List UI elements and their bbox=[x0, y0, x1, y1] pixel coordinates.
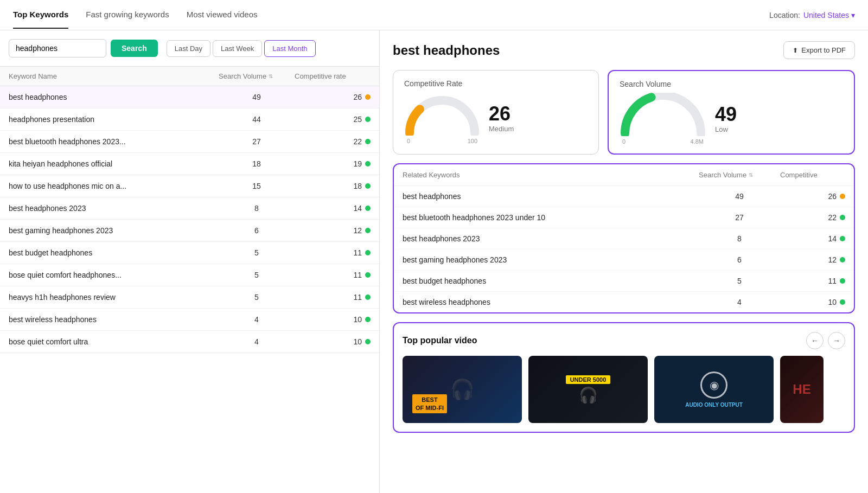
keyword-name: best bluetooth headphones 2023... bbox=[9, 137, 219, 146]
cr-cell: 14 bbox=[295, 204, 371, 213]
sv-value: 5 bbox=[219, 248, 295, 257]
sort-sv-icon[interactable]: ⇅ bbox=[269, 73, 273, 79]
related-row[interactable]: best headphones 49 26 bbox=[394, 186, 854, 207]
video-nav-arrows: ← → bbox=[806, 332, 845, 349]
related-dot bbox=[840, 257, 845, 262]
sv-value: 5 bbox=[219, 271, 295, 279]
video-card-header: Top popular video ← → bbox=[403, 332, 845, 349]
filter-last-month[interactable]: Last Month bbox=[264, 40, 315, 57]
table-row[interactable]: bose quiet comfort headphones... 5 11 bbox=[0, 264, 379, 286]
table-row[interactable]: best budget headphones 5 11 bbox=[0, 242, 379, 264]
table-row[interactable]: kita heiyan headphones official 18 19 bbox=[0, 153, 379, 175]
competitive-dot bbox=[365, 272, 371, 278]
filter-last-day[interactable]: Last Day bbox=[167, 40, 210, 57]
related-row[interactable]: best headphones 2023 8 14 bbox=[394, 228, 854, 249]
table-row[interactable]: how to use headphones mic on a... 15 18 bbox=[0, 175, 379, 197]
competitive-rate-label: Competitive Rate bbox=[404, 79, 588, 88]
sv-value: 6 bbox=[219, 226, 295, 235]
table-row[interactable]: best wireless headphones 4 10 bbox=[0, 309, 379, 331]
video-thumbnail[interactable]: HE bbox=[780, 356, 824, 423]
keyword-name: heavys h1h headphones review bbox=[9, 293, 219, 302]
related-dot bbox=[840, 299, 845, 305]
table-row[interactable]: best headphones 49 26 bbox=[0, 86, 379, 108]
metrics-row: Competitive Rate 0 bbox=[393, 70, 855, 155]
tab-top-keywords[interactable]: Top Keywords bbox=[13, 1, 68, 29]
related-keyword: best bluetooth headphones 2023 under 10 bbox=[403, 213, 699, 222]
keyword-table: Keyword Name Search Volume ⇅ Competitive… bbox=[0, 67, 379, 493]
competitive-dot bbox=[365, 183, 371, 189]
related-col-competitive: Competitive bbox=[780, 171, 845, 179]
video-thumbnail[interactable]: ◉ AUDIO ONLY OUTPUT bbox=[654, 356, 774, 423]
cr-cell: 19 bbox=[295, 159, 371, 168]
export-button[interactable]: ⬆ Export to PDF bbox=[783, 41, 855, 59]
sv-value: 44 bbox=[219, 115, 295, 124]
location-area: Location: United States ▾ bbox=[769, 11, 855, 20]
table-row[interactable]: best headphones 2023 8 14 bbox=[0, 197, 379, 220]
table-row[interactable]: bose quiet comfort ultra 4 10 bbox=[0, 331, 379, 353]
sv-value: 18 bbox=[219, 159, 295, 168]
keyword-name: bose quiet comfort ultra bbox=[9, 337, 219, 346]
table-row[interactable]: headphones presentation 44 25 bbox=[0, 108, 379, 131]
col-search-volume: Search Volume ⇅ bbox=[219, 72, 295, 80]
keyword-name: kita heiyan headphones official bbox=[9, 159, 219, 168]
competitive-dot bbox=[365, 206, 371, 211]
competitive-dot bbox=[365, 250, 371, 255]
nav-tabs: Top Keywords Fast growing keywords Most … bbox=[13, 1, 258, 29]
cr-cell: 22 bbox=[295, 137, 371, 146]
related-row[interactable]: best budget headphones 5 11 bbox=[394, 271, 854, 292]
keyword-name: best wireless headphones bbox=[9, 315, 219, 324]
sv-value: 4 bbox=[219, 315, 295, 324]
video-thumbnail[interactable]: UNDER 5000 🎧 bbox=[528, 356, 648, 423]
keyword-name: best budget headphones bbox=[9, 248, 219, 257]
search-volume-value-block: 49 Low bbox=[715, 105, 737, 133]
related-sort-icon[interactable]: ⇅ bbox=[749, 172, 753, 178]
keyword-name: how to use headphones mic on a... bbox=[9, 182, 219, 190]
video-card-title: Top popular video bbox=[403, 336, 477, 345]
related-row[interactable]: best wireless headphones 4 10 bbox=[394, 292, 854, 312]
table-row[interactable]: heavys h1h headphones review 5 11 bbox=[0, 286, 379, 309]
sv-value: 27 bbox=[219, 137, 295, 146]
keyword-name: best headphones 2023 bbox=[9, 204, 219, 213]
search-button[interactable]: Search bbox=[111, 40, 158, 57]
related-sv: 6 bbox=[699, 255, 780, 264]
competitive-rate-sub: Medium bbox=[489, 125, 514, 133]
keyword-name: best headphones bbox=[9, 93, 219, 101]
competitive-dot bbox=[365, 94, 371, 100]
related-cr: 22 bbox=[780, 213, 845, 222]
location-value[interactable]: United States ▾ bbox=[803, 11, 855, 20]
related-col-sv: Search Volume ⇅ bbox=[699, 171, 780, 179]
related-keyword: best headphones bbox=[403, 192, 699, 201]
table-row[interactable]: best gaming headphones 2023 6 12 bbox=[0, 220, 379, 242]
tab-most-viewed[interactable]: Most viewed videos bbox=[187, 1, 258, 29]
related-dot bbox=[840, 278, 845, 284]
video-thumbnail[interactable]: BESTOF MID-FI 🎧 bbox=[403, 356, 522, 423]
related-cr: 26 bbox=[780, 192, 845, 201]
right-panel: best headphones ⬆ Export to PDF Competit… bbox=[380, 30, 868, 493]
cr-cell: 11 bbox=[295, 293, 371, 302]
related-sv: 4 bbox=[699, 298, 780, 306]
related-dot bbox=[840, 236, 845, 241]
related-sv: 5 bbox=[699, 277, 780, 285]
gauge-min: 0 bbox=[407, 138, 410, 144]
competitive-rate-card: Competitive Rate 0 bbox=[393, 70, 599, 155]
filter-last-week[interactable]: Last Week bbox=[213, 40, 262, 57]
related-header: Related Keywords Search Volume ⇅ Competi… bbox=[394, 164, 854, 186]
table-row[interactable]: best bluetooth headphones 2023... 27 22 bbox=[0, 131, 379, 153]
keyword-name: headphones presentation bbox=[9, 115, 219, 124]
video-next-button[interactable]: → bbox=[828, 332, 845, 349]
related-row[interactable]: best gaming headphones 2023 6 12 bbox=[394, 249, 854, 271]
sv-value: 15 bbox=[219, 182, 295, 190]
search-input[interactable] bbox=[9, 39, 106, 57]
related-keyword: best wireless headphones bbox=[403, 298, 699, 306]
cr-cell: 25 bbox=[295, 115, 371, 124]
cr-cell: 12 bbox=[295, 226, 371, 235]
detail-header: best headphones ⬆ Export to PDF bbox=[393, 41, 855, 59]
related-row[interactable]: best bluetooth headphones 2023 under 10 … bbox=[394, 207, 854, 228]
video-prev-button[interactable]: ← bbox=[806, 332, 824, 349]
search-volume-value: 49 bbox=[715, 105, 737, 124]
export-icon: ⬆ bbox=[793, 47, 798, 54]
related-sv: 49 bbox=[699, 192, 780, 201]
sv-value: 5 bbox=[219, 293, 295, 302]
competitive-dot bbox=[365, 294, 371, 300]
tab-fast-growing[interactable]: Fast growing keywords bbox=[86, 1, 169, 29]
